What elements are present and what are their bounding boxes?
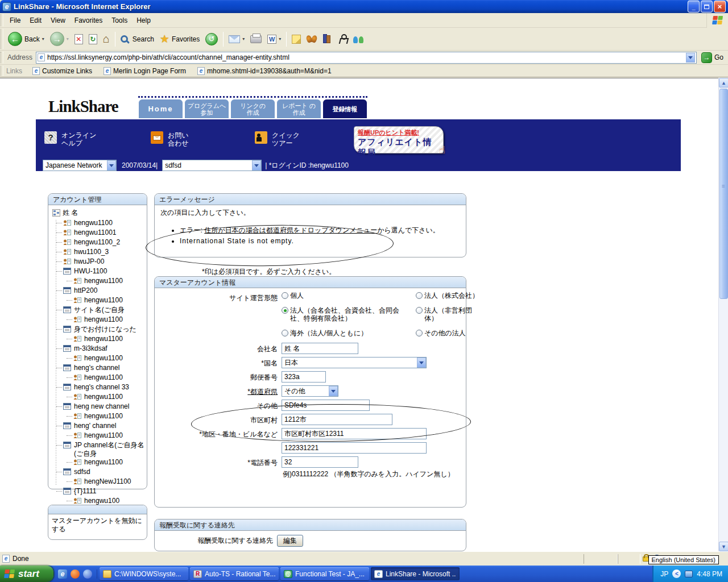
toolbar-gripper[interactable] [1, 52, 3, 63]
tab-link-create[interactable]: リンクの 作成 [230, 99, 275, 118]
company-name-field[interactable] [282, 343, 358, 354]
research-button[interactable] [320, 33, 336, 45]
toolbar-gripper[interactable] [1, 14, 3, 26]
vertical-scrollbar[interactable]: ▲ ▼ [718, 78, 728, 551]
msn-button[interactable] [304, 34, 320, 45]
tree-node[interactable]: hengwu1100 [52, 277, 146, 286]
radio-unchecked-icon[interactable] [416, 330, 423, 336]
toolbar-gripper[interactable] [1, 29, 3, 49]
tab-program-join[interactable]: プログラムへ 参加 [184, 99, 229, 118]
discuss-note-button[interactable] [289, 33, 304, 45]
tray-chevron-icon[interactable]: < [672, 569, 681, 578]
tree-node[interactable]: hengwu1100 [52, 373, 146, 383]
tree-node[interactable]: サイト名(ご自身 [52, 306, 146, 315]
network-tray-icon[interactable] [685, 571, 693, 577]
taskbar-button-folder[interactable]: C:\WINDOWS\syste... [100, 567, 188, 580]
stop-button[interactable]: ✕ [72, 32, 86, 46]
tree-node[interactable]: 身でお付けになった [52, 325, 146, 335]
scroll-up-button[interactable]: ▲ [719, 78, 728, 88]
close-button[interactable]: × [714, 1, 726, 13]
tree-node[interactable]: hengwu1100 [52, 296, 146, 306]
country-select[interactable]: 日本 [282, 357, 427, 368]
tree-node[interactable]: hengwu1100 [52, 354, 146, 364]
radio-unchecked-icon[interactable] [282, 292, 288, 299]
address-input[interactable] [47, 53, 684, 61]
radio-corporation-other[interactable]: その他の法人 [416, 329, 479, 337]
back-button[interactable]: ← Back ▾ [5, 30, 47, 48]
tab-report-create[interactable]: レポート の 作成 [276, 99, 321, 118]
mail-dropdown-icon[interactable]: ▾ [242, 36, 245, 41]
ie-quicklaunch-icon[interactable]: e [58, 569, 67, 579]
window-titlebar[interactable]: e LinkShare - Microsoft Internet Explore… [0, 0, 728, 13]
scrollbar-thumb[interactable] [719, 89, 728, 299]
tab-home[interactable]: Home [138, 99, 183, 118]
print-button[interactable] [247, 34, 264, 45]
tab-registration[interactable]: 登録情報 [322, 99, 367, 118]
home-button[interactable]: ⌂ [100, 31, 113, 47]
phone-field[interactable] [282, 456, 358, 468]
taskbar-button-rational[interactable]: RAuto-TS - Rational Te... [190, 567, 279, 580]
tree-node[interactable]: hengwu1100_2 [52, 238, 146, 248]
quicklink-contact[interactable]: お問い 合わせ [151, 131, 189, 147]
links-bar-item[interactable]: eMerlin Login Page Form [98, 67, 192, 75]
tree-node[interactable]: {T}1111 [52, 487, 146, 497]
back-dropdown-icon[interactable]: ▾ [42, 36, 44, 41]
radio-corporation-nonprofit[interactable]: 法人（非営利団体） [416, 306, 479, 322]
language-indicator[interactable]: JP [660, 570, 668, 578]
prefecture-select[interactable]: その他 [282, 385, 338, 397]
menu-favorites[interactable]: Favorites [70, 14, 107, 27]
affiliate-promo-banner[interactable]: 報酬UPのヒント満載! アフィリエイト情報局 ☝ [354, 126, 444, 153]
tree-node[interactable]: hwu1100_3 [52, 248, 146, 257]
tree-node[interactable]: hengNewJ1100 [52, 477, 146, 487]
start-button[interactable]: start [0, 566, 53, 582]
app-quicklaunch-icon[interactable] [83, 569, 92, 579]
radio-corporation-stock[interactable]: 法人（株式会社） [416, 292, 479, 300]
minimize-button[interactable]: _ [688, 1, 700, 13]
menu-tools[interactable]: Tools [107, 14, 132, 27]
radio-individual[interactable]: 個人 [282, 292, 402, 300]
radio-corporation-general[interactable]: 法人（合名会社、合資会社、合同会社、特例有限会社） [282, 306, 402, 322]
edit-with-word-button[interactable]: W▾ [264, 33, 284, 45]
tree-node[interactable]: 姓 名 [52, 209, 146, 219]
address-dropdown-button[interactable] [686, 53, 695, 63]
tree-node[interactable]: heng's channel [52, 364, 146, 373]
go-button[interactable]: → Go [697, 52, 728, 63]
tree-node[interactable]: hengwu1100 [52, 412, 146, 422]
tree-node[interactable]: hengwu1100 [52, 393, 146, 402]
tree-node[interactable]: hengwu1100 [52, 431, 146, 441]
radio-overseas[interactable]: 海外（法人/個人ともに） [282, 329, 402, 337]
toolbar-gripper[interactable] [1, 66, 3, 76]
scroll-down-button[interactable]: ▼ [719, 542, 728, 551]
tree-node[interactable]: hengwu1100 [52, 458, 146, 468]
radio-unchecked-icon[interactable] [416, 292, 423, 299]
radio-unchecked-icon[interactable] [282, 330, 288, 336]
postal-code-field[interactable] [282, 371, 326, 383]
disable-master-account-panel[interactable]: マスターアカウントを無効にする [48, 505, 147, 540]
firefox-quicklaunch-icon[interactable] [71, 569, 80, 579]
taskbar-button-functional[interactable]: @Functional Test - JA_... [280, 567, 369, 580]
refresh-button[interactable]: ↻ [86, 32, 100, 46]
menu-edit[interactable]: Edit [25, 14, 46, 27]
menu-view[interactable]: View [46, 14, 70, 27]
tree-node[interactable]: hengwu11001 [52, 228, 146, 238]
links-bar-item[interactable]: emhome.shtml-id=139038&auth=M&nid=1 [192, 67, 337, 75]
history-button[interactable]: ↺ [202, 31, 221, 47]
tree-node[interactable]: httP200 [52, 286, 146, 296]
linkshare-logo[interactable]: LinkShare [48, 97, 118, 116]
disable-master-account-link[interactable]: マスターアカウントを無効にする [48, 514, 147, 536]
tree-node[interactable]: JP channel名(ご自身名(ご自身 [52, 441, 146, 458]
tree-node[interactable]: m-3i3kdsaf [52, 344, 146, 354]
aim-button[interactable] [336, 32, 350, 45]
edit-button[interactable]: 編集 [277, 535, 303, 547]
messenger-button[interactable] [350, 33, 366, 45]
tree-node[interactable]: heng new channel [52, 402, 146, 412]
restore-button[interactable] [701, 1, 713, 13]
menu-file[interactable]: File [5, 14, 25, 27]
edit-dropdown-icon[interactable]: ▾ [279, 36, 281, 41]
tree-node[interactable]: heng' channel [52, 422, 146, 431]
tree-node[interactable]: HWU-1100 [52, 267, 146, 277]
network-select[interactable]: Japanese Network [43, 160, 117, 171]
mail-button[interactable]: ▾ [226, 34, 247, 45]
tree-node[interactable]: hengwu1100 [52, 335, 146, 344]
channel-select[interactable]: sdfsd [162, 160, 262, 171]
